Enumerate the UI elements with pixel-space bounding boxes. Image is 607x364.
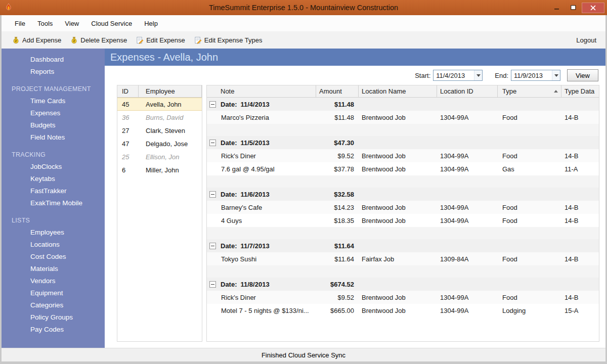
sidebar-item-field-notes[interactable]: Field Notes — [2, 131, 105, 144]
employee-row[interactable]: 27Clark, Steven — [117, 124, 202, 137]
expense-row[interactable]: Barney's Cafe$14.23Brentwood Job1304-99A… — [207, 201, 599, 214]
start-date-select[interactable]: 11/4/2013 — [433, 70, 483, 81]
expense-row[interactable]: Motel 7 - 5 nights @ $133/ni...$665.00Br… — [207, 304, 599, 317]
employee-name: Delgado, Jose — [139, 137, 202, 150]
expense-cell-type: Food — [498, 149, 561, 162]
logout-button[interactable]: Logout — [573, 36, 599, 44]
collapse-group-button[interactable] — [209, 281, 216, 288]
group-total-amount: $674.52 — [316, 278, 359, 291]
collapse-group-button[interactable] — [209, 243, 216, 249]
expense-cell-amount: $665.00 — [316, 304, 359, 317]
money-bag-icon — [70, 36, 78, 44]
sidebar-item-keytabs[interactable]: Keytabs — [2, 173, 105, 185]
sort-ascending-icon — [554, 90, 558, 93]
menu-item-cloud-service[interactable]: Cloud Service — [85, 15, 138, 31]
sidebar-item-jobclocks[interactable]: JobClocks — [2, 161, 105, 173]
sidebar-item-pay-codes[interactable]: Pay Codes — [2, 324, 105, 336]
expense-column-header-type-data[interactable]: Type Data — [561, 85, 599, 97]
employee-row[interactable]: 47Delgado, Jose — [117, 137, 202, 150]
expense-cell-type-data: 14-B — [561, 111, 599, 124]
sidebar-item-locations[interactable]: Locations — [2, 239, 105, 251]
employee-column-header-id[interactable]: ID — [117, 85, 139, 97]
toolbar-button-delete-expense[interactable]: Delete Expense — [66, 31, 132, 49]
collapse-group-button[interactable] — [209, 101, 216, 108]
sidebar-item-exaktime-mobile[interactable]: ExakTime Mobile — [2, 197, 105, 209]
sidebar-item-policy-groups[interactable]: Policy Groups — [2, 311, 105, 324]
sidebar-item-time-cards[interactable]: Time Cards — [2, 95, 105, 107]
expense-column-header-location-id[interactable]: Location ID — [437, 85, 498, 97]
page-header: Expenses - Avella, John — [105, 49, 605, 66]
sidebar-item-materials[interactable]: Materials — [2, 263, 105, 275]
minus-icon — [211, 246, 214, 246]
sidebar-item-employees[interactable]: Employees — [2, 226, 105, 239]
employee-row[interactable]: 25Ellison, Jon — [117, 150, 202, 163]
sidebar-item-fasttrakker[interactable]: FastTrakker — [2, 185, 105, 197]
employee-column-header-employee[interactable]: Employee — [139, 85, 202, 97]
expense-cell-amount: $9.52 — [316, 149, 359, 162]
expense-row[interactable]: Marco's Pizzeria$11.48Brentwood Job1304-… — [207, 111, 599, 124]
menu-item-tools[interactable]: Tools — [31, 15, 59, 31]
expense-row[interactable]: Rick's Diner$9.52Brentwood Job1304-99AFo… — [207, 291, 599, 304]
employee-row[interactable]: 36Burns, David — [117, 111, 202, 124]
group-header-empty-cell — [561, 98, 599, 111]
collapse-group-button[interactable] — [209, 191, 216, 198]
expense-cell-location-id: 1304-99A — [437, 201, 498, 214]
employee-row[interactable]: 45Avella, John — [117, 98, 202, 111]
expense-cell-location-name: Brentwood Job — [359, 111, 437, 124]
expense-column-header-amount[interactable]: Amount — [316, 85, 359, 97]
expense-group-header: Date:11/8/2013$674.52 — [207, 278, 599, 291]
expense-column-header-type[interactable]: Type — [498, 85, 561, 97]
expense-cell-note: 4 Guys — [207, 214, 316, 227]
sidebar-item-cost-codes[interactable]: Cost Codes — [2, 251, 105, 263]
toolbar-button-add-expense[interactable]: Add Expense — [8, 31, 66, 49]
group-header-empty-cell — [561, 239, 599, 252]
expense-cell-location-id: 1304-99A — [437, 214, 498, 227]
toolbar-button-label: Add Expense — [22, 36, 61, 44]
expense-column-header-note[interactable]: Note — [207, 85, 316, 97]
expense-row[interactable]: Tokyo Sushi$11.64Fairfax Job1309-84AFood… — [207, 252, 599, 265]
sidebar-item-expenses[interactable]: Expenses — [2, 107, 105, 119]
toolbar-button-label: Delete Expense — [80, 36, 127, 44]
sidebar-item-reports[interactable]: Reports — [2, 66, 105, 78]
group-header-empty-cell — [437, 188, 498, 201]
group-total-amount: $11.64 — [316, 239, 359, 252]
panel-splitter[interactable] — [202, 85, 206, 342]
sidebar-item-equipment[interactable]: Equipment — [2, 287, 105, 299]
sidebar-item-categories[interactable]: Categories — [2, 299, 105, 311]
employee-row[interactable]: 6Miller, John — [117, 163, 202, 176]
group-date-value: 11/6/2013 — [241, 191, 270, 198]
toolbar-button-label: Edit Expense — [146, 36, 185, 44]
minus-icon — [211, 194, 214, 195]
expense-row[interactable]: 7.6 gal @ 4.95/gal$37.78Brentwood Job130… — [207, 162, 599, 175]
menu-item-help[interactable]: Help — [138, 15, 164, 31]
column-header-label: Location ID — [440, 87, 473, 95]
expense-cell-note: Rick's Diner — [207, 291, 316, 304]
dropdown-arrow-icon — [474, 70, 482, 80]
toolbar-button-edit-expense-types[interactable]: Edit Expense Types — [190, 31, 267, 49]
expense-cell-amount: $37.78 — [316, 162, 359, 175]
sidebar-item-vendors[interactable]: Vendors — [2, 275, 105, 287]
expense-table-header: NoteAmountLocation NameLocation IDTypeTy… — [207, 85, 599, 98]
maximize-button[interactable] — [566, 3, 581, 13]
expense-cell-type: Food — [498, 291, 561, 304]
toolbar: Add ExpenseDelete ExpenseEdit ExpenseEdi… — [2, 31, 605, 49]
view-button[interactable]: View — [567, 69, 598, 81]
sidebar-item-dashboard[interactable]: Dashboard — [2, 54, 105, 66]
group-spacer — [207, 227, 599, 239]
end-date-select[interactable]: 11/9/2013 — [511, 70, 560, 81]
menu-item-file[interactable]: File — [9, 15, 31, 31]
close-button[interactable] — [582, 3, 604, 13]
toolbar-button-edit-expense[interactable]: Edit Expense — [132, 31, 190, 49]
title-bar[interactable]: TimeSummit Enterprise 1.5.0 - Mountainvi… — [0, 0, 607, 15]
group-date-label: Date: — [221, 242, 237, 250]
expense-column-header-location-name[interactable]: Location Name — [359, 85, 437, 97]
expense-cell-location-name: Brentwood Job — [359, 291, 437, 304]
group-header-empty-cell — [437, 136, 498, 149]
menu-item-view[interactable]: View — [59, 15, 85, 31]
minimize-button[interactable] — [549, 3, 565, 13]
sidebar-item-budgets[interactable]: Budgets — [2, 119, 105, 131]
collapse-group-button[interactable] — [209, 140, 216, 146]
start-date-label: Start: — [415, 72, 430, 79]
expense-row[interactable]: Rick's Diner$9.52Brentwood Job1304-99AFo… — [207, 149, 599, 162]
expense-row[interactable]: 4 Guys$18.35Brentwood Job1304-99AFood14-… — [207, 214, 599, 227]
